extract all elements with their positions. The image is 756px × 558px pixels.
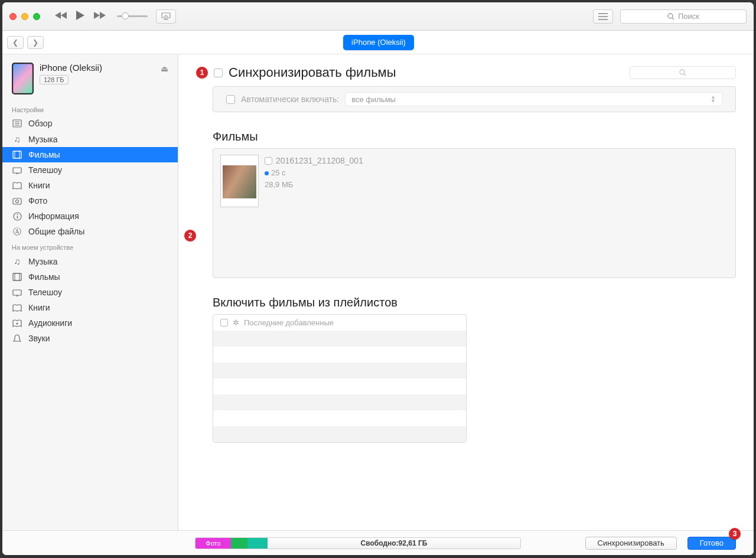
sidebar-item-photos[interactable]: Фото xyxy=(2,193,178,208)
zoom-window-button[interactable] xyxy=(33,13,40,20)
movies-icon xyxy=(12,273,22,281)
storage-segment-photos: Фото xyxy=(195,538,231,549)
svg-line-24 xyxy=(684,74,686,76)
done-button[interactable]: Готово xyxy=(687,537,736,550)
sidebar-header-settings: Настройки xyxy=(2,102,178,116)
sidebar-item-filesharing[interactable]: ⒶОбщие файлы xyxy=(2,224,178,239)
playlist-row xyxy=(213,347,466,363)
airplay-button[interactable] xyxy=(156,9,176,24)
sidebar-item-label: Телешоу xyxy=(28,288,62,297)
movie-item[interactable]: 20161231_211208_001 25 с 28,9 МБ xyxy=(220,155,363,272)
svg-point-15 xyxy=(17,214,18,215)
sidebar-item-od-audiobooks[interactable]: Аудиокниги xyxy=(2,315,178,331)
playlist-row xyxy=(213,410,466,426)
music-icon: ♫ xyxy=(12,134,22,144)
sidebar-item-summary[interactable]: Обзор xyxy=(2,116,178,131)
device-tab-label: iPhone (Oleksii) xyxy=(351,38,406,47)
storage-bar[interactable]: Фото Свободно: 92,61 ГБ xyxy=(195,537,521,549)
sync-movies-title: Синхронизировать фильмы xyxy=(229,65,396,80)
playlist-row[interactable]: ✲ Последние добавленные xyxy=(213,315,466,331)
sidebar-item-od-music[interactable]: ♫Музыка xyxy=(2,253,178,269)
sidebar-item-movies[interactable]: Фильмы xyxy=(2,147,178,162)
sync-movies-checkbox[interactable] xyxy=(214,68,223,77)
device-capacity: 128 ГБ xyxy=(40,75,69,84)
auto-include-select[interactable]: все фильмы ▲▼ xyxy=(345,92,722,106)
annotation-3: 3 xyxy=(729,528,741,540)
unwatched-dot-icon xyxy=(265,171,269,175)
sidebar-item-label: Музыка xyxy=(28,257,58,266)
sidebar-item-label: Фильмы xyxy=(28,272,60,282)
previous-track-icon[interactable] xyxy=(54,11,67,22)
summary-icon xyxy=(12,119,22,128)
tvshows-icon xyxy=(12,167,22,174)
svg-point-12 xyxy=(16,200,19,203)
search-input[interactable]: Поиск xyxy=(620,9,747,24)
sync-button-label: Синхронизировать xyxy=(598,539,664,547)
volume-slider[interactable] xyxy=(117,15,148,17)
playlist-row xyxy=(213,426,466,442)
svg-rect-17 xyxy=(13,273,21,280)
forward-button[interactable]: ❯ xyxy=(27,36,44,49)
sidebar-item-info[interactable]: Информация xyxy=(2,208,178,224)
playlist-row xyxy=(213,394,466,410)
search-icon xyxy=(679,69,686,76)
playlist-row xyxy=(213,363,466,378)
sidebar-item-music[interactable]: ♫Музыка xyxy=(2,131,178,147)
eject-icon[interactable]: ⏏ xyxy=(161,64,168,73)
storage-segment-other xyxy=(247,538,268,549)
movies-search-input[interactable] xyxy=(630,66,736,79)
apps-icon: Ⓐ xyxy=(12,227,22,236)
next-track-icon[interactable] xyxy=(93,11,106,22)
auto-include-value: все фильмы xyxy=(351,95,396,104)
sidebar-item-od-books[interactable]: Книги xyxy=(2,300,178,315)
sidebar-item-od-tones[interactable]: Звуки xyxy=(2,331,178,346)
sidebar-item-label: Общие файлы xyxy=(28,227,84,236)
storage-segment-apps xyxy=(231,538,247,549)
close-window-button[interactable] xyxy=(9,13,17,20)
search-placeholder: Поиск xyxy=(678,12,699,21)
sync-button[interactable]: Синхронизировать xyxy=(585,537,677,550)
movie-size: 28,9 МБ xyxy=(265,179,363,191)
sidebar-item-label: Звуки xyxy=(28,334,50,343)
auto-include-checkbox[interactable] xyxy=(226,95,235,104)
device-name: iPhone (Oleksii) xyxy=(40,63,102,73)
books-icon xyxy=(12,304,22,312)
search-icon xyxy=(667,13,674,20)
device-header: iPhone (Oleksii) 128 ГБ ⏏ xyxy=(2,60,178,102)
sidebar-item-label: Аудиокниги xyxy=(28,318,72,328)
svg-rect-9 xyxy=(13,168,21,173)
sidebar-item-od-tvshows[interactable]: Телешоу xyxy=(2,285,178,300)
device-tab[interactable]: iPhone (Oleksii) xyxy=(343,35,414,50)
annotation-1: 1 xyxy=(196,67,208,79)
sidebar-item-label: Телешоу xyxy=(28,165,62,175)
device-thumbnail-icon xyxy=(12,63,34,94)
sidebar-header-ondevice: На моем устройстве xyxy=(2,239,178,253)
sidebar: iPhone (Oleksii) 128 ГБ ⏏ Настройки Обзо… xyxy=(2,54,178,530)
movie-duration: 25 с xyxy=(271,168,286,177)
tvshows-icon xyxy=(12,289,22,296)
titlebar: Поиск xyxy=(2,2,754,31)
movie-name: 20161231_211208_001 xyxy=(276,155,363,167)
svg-point-22 xyxy=(17,322,18,324)
minimize-window-button[interactable] xyxy=(21,13,28,20)
annotation-2: 2 xyxy=(184,230,196,242)
tones-icon xyxy=(12,334,22,343)
up-next-button[interactable] xyxy=(593,9,613,24)
svg-rect-20 xyxy=(13,290,21,295)
back-button[interactable]: ❮ xyxy=(7,36,24,49)
movie-checkbox[interactable] xyxy=(265,157,272,165)
sidebar-item-od-movies[interactable]: Фильмы xyxy=(2,269,178,285)
playlist-checkbox[interactable] xyxy=(220,319,228,327)
sidebar-item-tvshows[interactable]: Телешоу xyxy=(2,162,178,178)
svg-point-23 xyxy=(680,70,685,74)
play-icon[interactable] xyxy=(76,10,85,23)
footer-bar: Фото Свободно: 92,61 ГБ Синхронизировать… xyxy=(2,530,754,555)
svg-rect-6 xyxy=(13,151,21,158)
playlists-section-title: Включить фильмы из плейлистов xyxy=(213,296,736,309)
playlist-row xyxy=(213,378,466,394)
movies-list-box: 2 20161231_211208_001 25 с 28,9 МБ xyxy=(213,148,736,278)
photos-icon xyxy=(12,197,22,205)
sidebar-item-books[interactable]: Книги xyxy=(2,178,178,193)
window-controls xyxy=(9,13,40,20)
auto-include-label: Автоматически включать: xyxy=(241,94,339,104)
